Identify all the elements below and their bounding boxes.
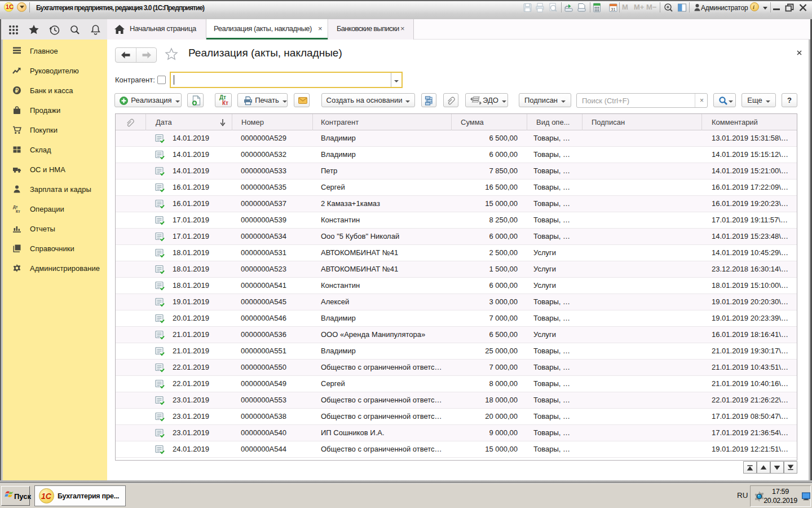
svg-text:Кт: Кт	[16, 209, 20, 213]
svg-text:₽: ₽	[15, 87, 19, 94]
svg-text:31: 31	[611, 7, 615, 12]
